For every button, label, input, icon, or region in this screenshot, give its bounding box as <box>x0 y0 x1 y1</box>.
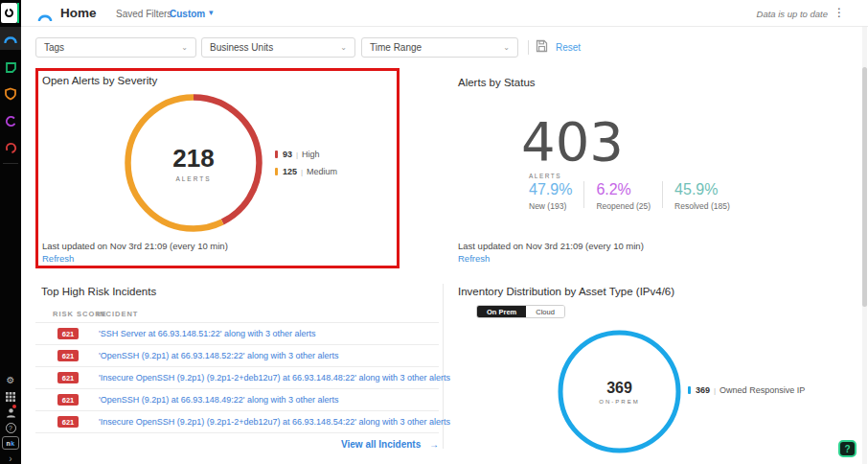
incident-link[interactable]: 'Insecure OpenSSH (9.2p1) (9.2p1-2+deb12… <box>99 417 450 427</box>
collapse-chevron-icon[interactable]: › <box>0 453 21 464</box>
help-fab-button[interactable]: ? <box>838 440 857 457</box>
sidebar-item-green-module[interactable] <box>0 56 21 79</box>
alerts-status-last-updated: Last updated on Nov 3rd 21:09 (every 10 … <box>458 241 644 251</box>
tags-filter-dropdown[interactable]: Tags ⌄ <box>35 37 196 58</box>
right-arrow-icon: → <box>429 439 439 450</box>
avatar-initial-2: k <box>11 440 14 447</box>
saved-filters-label: Saved Filters <box>116 9 171 19</box>
stat-reopened: 6.2% Reopened (25) <box>596 181 662 211</box>
new-label: New (193) <box>529 201 572 211</box>
stat-divider <box>583 181 584 208</box>
left-sidebar: ⚙ ? nk › <box>0 0 21 464</box>
legend-separator: | <box>714 386 716 395</box>
purple-module-icon <box>5 115 17 128</box>
cortex-logo-accent <box>17 3 19 23</box>
user-avatar[interactable]: nk <box>2 436 19 450</box>
chevron-down-icon: ⌄ <box>181 43 188 52</box>
incident-link[interactable]: 'OpenSSH (9.2p1) at 66.93.148.52:22' alo… <box>99 351 339 360</box>
legend-separator: | <box>296 151 298 159</box>
business-units-filter-dropdown[interactable]: Business Units ⌄ <box>201 37 355 58</box>
owned-ip-count: 369 <box>696 385 710 395</box>
reopened-pct: 6.2% <box>596 181 651 198</box>
help-icon[interactable]: ? <box>0 420 21 435</box>
sidebar-item-xpanse[interactable] <box>0 27 21 50</box>
alerts-status-total: 403 <box>521 115 624 169</box>
incidents-panel-title: Top High Risk Incidents <box>41 286 156 297</box>
alerts-status-refresh-link[interactable]: Refresh <box>458 253 490 264</box>
alerts-status-panel-title: Alerts by Status <box>458 77 536 88</box>
apps-grid-icon[interactable] <box>0 389 21 405</box>
owned-ip-legend-marker <box>688 386 691 394</box>
table-row: 621 'Insecure OpenSSH (9.2p1) (9.2p1-2+d… <box>35 367 439 389</box>
open-alerts-panel-title: Open Alerts by Severity <box>42 75 157 86</box>
business-units-filter-label: Business Units <box>210 42 273 53</box>
chevron-down-icon: ⌄ <box>340 43 347 52</box>
dashboard-root: ⚙ ? nk › Home Saved Filters Custom ▾ Dat… <box>0 0 868 464</box>
legend-item-high: 93 | High <box>275 150 337 159</box>
inventory-legend: 369 | Owned Responsive IP <box>688 385 805 403</box>
stat-new: 47.9% New (193) <box>529 181 583 211</box>
scrollbar-thumb[interactable] <box>862 67 867 307</box>
stat-divider <box>662 181 663 208</box>
reopened-label: Reopened (25) <box>596 201 651 211</box>
open-alerts-refresh-link[interactable]: Refresh <box>42 253 74 264</box>
medium-legend-marker <box>275 168 278 175</box>
top-header: Home Saved Filters Custom ▾ Data is up t… <box>21 0 868 27</box>
legend-separator: | <box>301 168 303 176</box>
alerts-status-stats: 47.9% New (193) 6.2% Reopened (25) 45.9%… <box>529 181 742 211</box>
inventory-toggle: On Prem Cloud <box>476 305 565 318</box>
kebab-menu-icon[interactable]: ⋮ <box>834 6 845 19</box>
data-status-text: Data is up to date <box>757 9 828 19</box>
high-count: 93 <box>283 150 292 159</box>
sidebar-item-purple-module[interactable] <box>0 109 21 132</box>
xpanse-swoosh-icon <box>4 35 17 43</box>
table-row: 621 'Insecure OpenSSH (9.2p1) (9.2p1-2+d… <box>35 411 439 433</box>
risk-score-badge: 621 <box>57 394 79 406</box>
cloud-tab[interactable]: Cloud <box>526 306 564 317</box>
green-module-icon <box>5 61 17 74</box>
incident-link[interactable]: 'SSH Server at 66.93.148.51:22' along wi… <box>99 329 316 338</box>
reset-filters-button[interactable]: Reset <box>556 42 581 53</box>
alerts-status-total-label: ALERTS <box>529 173 561 179</box>
incidents-table-body: 621 'SSH Server at 66.93.148.51:22' alon… <box>35 322 439 433</box>
resolved-pct: 45.9% <box>674 181 730 198</box>
incident-link[interactable]: 'Insecure OpenSSH (9.2p1) (9.2p1-2+deb12… <box>99 373 450 383</box>
incident-link[interactable]: 'OpenSSH (9.2p1) at 66.93.148.49:22' alo… <box>99 395 339 405</box>
orange-shield-icon <box>4 87 17 101</box>
sidebar-item-orange-shield[interactable] <box>0 82 21 105</box>
saved-filters-caret-icon[interactable]: ▾ <box>209 8 214 17</box>
high-label: High <box>302 150 320 159</box>
legend-item-medium: 125 | Medium <box>275 167 337 176</box>
risk-score-badge: 621 <box>57 372 79 383</box>
open-alerts-donut-chart: 218 ALERTS <box>122 91 265 235</box>
view-all-label: View all Incidents <box>341 439 421 450</box>
stat-resolved: 45.9% Resolved (185) <box>674 181 742 211</box>
saved-filters-value[interactable]: Custom <box>170 9 205 19</box>
view-all-incidents-link[interactable]: View all Incidents → <box>35 439 439 450</box>
sidebar-item-red-module[interactable] <box>0 136 21 159</box>
table-row: 621 'OpenSSH (9.2p1) at 66.93.148.49:22'… <box>35 389 439 411</box>
time-range-filter-dropdown[interactable]: Time Range ⌄ <box>361 37 518 58</box>
incident-column-header: INCIDENT <box>97 310 138 318</box>
inventory-donut-svg <box>556 328 683 455</box>
medium-label: Medium <box>307 167 337 176</box>
xpanse-header-logo-icon <box>37 8 53 25</box>
page-title: Home <box>60 6 97 20</box>
severity-legend: 93 | High 125 | Medium <box>275 150 337 184</box>
risk-score-badge: 621 <box>57 350 79 361</box>
time-range-filter-label: Time Range <box>370 42 422 53</box>
save-filters-icon[interactable] <box>536 39 548 57</box>
on-prem-tab[interactable]: On Prem <box>477 306 526 317</box>
cortex-logo-icon[interactable] <box>1 3 17 23</box>
resolved-label: Resolved (185) <box>674 201 730 211</box>
chevron-down-icon: ⌄ <box>503 43 510 52</box>
table-row: 621 'SSH Server at 66.93.148.51:22' alon… <box>35 323 439 345</box>
filter-divider <box>528 40 529 55</box>
user-icon[interactable] <box>0 405 21 420</box>
red-module-icon <box>5 142 17 154</box>
legend-item-owned-ip: 369 | Owned Responsive IP <box>688 385 805 395</box>
settings-gear-icon[interactable]: ⚙ <box>0 372 21 387</box>
inventory-panel-title: Inventory Distribution by Asset Type (IP… <box>458 286 674 297</box>
notification-dot <box>12 405 16 408</box>
open-alerts-last-updated: Last updated on Nov 3rd 21:09 (every 10 … <box>42 241 228 251</box>
